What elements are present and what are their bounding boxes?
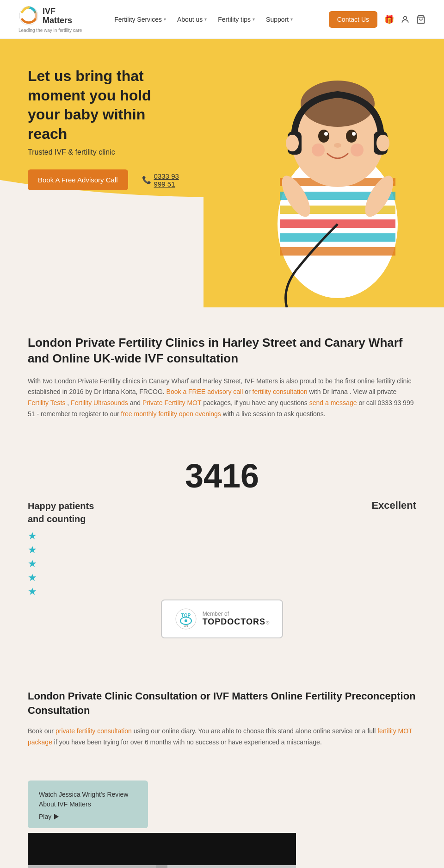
chevron-down-icon: ▾ <box>164 17 166 22</box>
nav-fertility-services[interactable]: Fertility Services ▾ <box>110 13 171 26</box>
hero-image <box>204 39 444 307</box>
top-doctors-icon: TOP 49 <box>175 608 197 630</box>
logo-icon <box>18 6 39 26</box>
section1-title: London Private Fertility Clinics in Harl… <box>28 335 416 367</box>
svg-rect-10 <box>280 247 395 256</box>
svg-point-24 <box>376 135 389 151</box>
play-triangle-icon <box>54 814 59 819</box>
stars-column: ★ ★ ★ ★ ★ <box>28 530 37 598</box>
svg-text:49: 49 <box>184 624 188 628</box>
gift-icon-button[interactable]: 🎁 <box>384 14 394 25</box>
logo-area: IVF Matters Leading the way in fertility… <box>18 6 82 33</box>
stats-section: 3416 Happy patients and counting Excelle… <box>0 438 444 671</box>
advisory-call-link[interactable]: Book a FREE advisory call <box>166 388 243 395</box>
chevron-down-icon: ▾ <box>290 17 293 22</box>
consultation-title: London Private Clinic Consultation or IV… <box>28 689 416 718</box>
svg-point-15 <box>324 132 328 136</box>
star-2: ★ <box>28 544 37 556</box>
top-doctors-text: Member of TOPDOCTORS ® <box>203 611 270 627</box>
svg-point-23 <box>286 135 299 151</box>
nav-fertility-tips[interactable]: Fertility tips ▾ <box>213 13 259 26</box>
video-label-line2: About IVF Matters <box>39 799 137 809</box>
play-button[interactable]: Play <box>39 813 59 820</box>
main-content-section: London Private Fertility Clinics in Harl… <box>0 307 444 438</box>
svg-rect-8 <box>280 219 395 228</box>
video-section: Watch Jessica Wright's Review About IVF … <box>0 767 444 868</box>
fertility-consultation-link[interactable]: fertility consultation <box>253 388 308 395</box>
logo-text: IVF Matters <box>43 7 72 25</box>
header-actions: Contact Us 🎁 <box>329 11 426 28</box>
user-icon-button[interactable] <box>401 15 410 24</box>
book-advisory-button[interactable]: Book A Free Advisory Call <box>28 169 128 190</box>
badge-trademark: ® <box>266 620 269 625</box>
video-preview-card: Watch Jessica Wright's Review About IVF … <box>28 781 148 828</box>
logo-tagline: Leading the way in fertility care <box>18 28 82 33</box>
section1-body: With two London Private Fertility clinic… <box>28 376 416 420</box>
nav-support[interactable]: Support ▾ <box>261 13 297 26</box>
svg-point-18 <box>312 144 325 156</box>
header: IVF Matters Leading the way in fertility… <box>0 0 444 39</box>
star-1: ★ <box>28 530 37 542</box>
contact-us-button[interactable]: Contact Us <box>329 11 377 28</box>
chevron-down-icon: ▾ <box>253 17 255 22</box>
consultation-body: Book our private fertility consultation … <box>28 726 416 748</box>
phone-number[interactable]: 0333 93 999 51 <box>154 172 185 188</box>
logo-matters: Matters <box>43 16 72 25</box>
stats-label: Happy patients and counting <box>28 500 111 525</box>
stats-number: 3416 <box>185 457 259 495</box>
fertility-tests-link[interactable]: Fertility Tests <box>28 399 65 406</box>
send-message-link[interactable]: send a message <box>309 399 357 406</box>
svg-point-14 <box>346 130 357 143</box>
consultation-section: London Private Clinic Consultation or IV… <box>0 671 444 767</box>
main-nav: Fertility Services ▾ About us ▾ Fertilit… <box>110 13 324 26</box>
svg-rect-9 <box>280 233 395 242</box>
svg-point-19 <box>351 144 364 156</box>
hero-title: Let us bring that moment you hold your b… <box>28 67 185 144</box>
svg-point-30 <box>185 619 187 622</box>
svg-point-17 <box>334 143 341 148</box>
hero-cta-row: Book A Free Advisory Call 📞 0333 93 999 … <box>28 169 185 190</box>
star-4: ★ <box>28 572 37 584</box>
excellent-label: Excellent <box>371 500 416 512</box>
logo-ivf: IVF <box>43 7 72 16</box>
video-player-bar[interactable] <box>28 833 296 865</box>
open-evenings-link[interactable]: free monthly fertility open evenings <box>121 410 221 418</box>
phone-icon: 📞 <box>142 175 151 184</box>
hero-section: Let us bring that moment you hold your b… <box>0 39 444 307</box>
top-doctors-badge: TOP 49 Member of TOPDOCTORS ® <box>161 599 284 638</box>
fertility-mot-link[interactable]: Private Fertility MOT <box>142 399 201 406</box>
badge-name: TOPDOCTORS <box>203 617 265 627</box>
hero-content: Let us bring that moment you hold your b… <box>0 39 213 209</box>
star-3: ★ <box>28 558 37 570</box>
hero-subtitle: Trusted IVF & fertility clinic <box>28 148 185 156</box>
private-consultation-link[interactable]: private fertility consultation <box>56 727 132 735</box>
star-5: ★ <box>28 586 37 598</box>
svg-point-13 <box>318 130 329 143</box>
video-thumbnail <box>28 865 296 868</box>
nav-about-us[interactable]: About us ▾ <box>173 13 211 26</box>
cart-icon-button[interactable] <box>416 15 426 24</box>
fertility-ultrasounds-link[interactable]: Fertility Ultrasounds <box>71 399 128 406</box>
svg-point-16 <box>352 132 356 136</box>
chevron-down-icon: ▾ <box>204 17 207 22</box>
video-label-line1: Watch Jessica Wright's Review <box>39 790 137 799</box>
phone-block: 📞 0333 93 999 51 <box>142 172 185 188</box>
trustpilot-block: Excellent <box>371 500 416 516</box>
svg-point-1 <box>404 16 407 19</box>
